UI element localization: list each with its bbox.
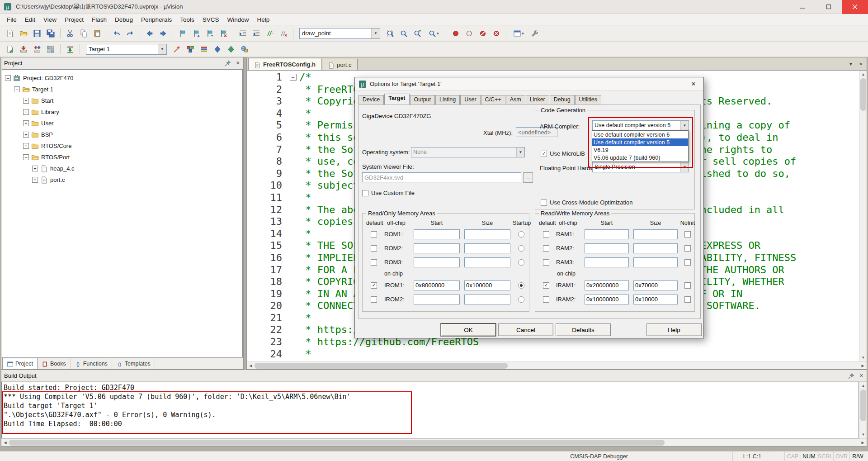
editor-vertical-scrollbar[interactable]: ▲ ▼	[859, 71, 867, 361]
dialog-tab-device[interactable]: Device	[359, 95, 384, 105]
tree-item-rtos-port[interactable]: –RTOS/Port	[2, 152, 242, 163]
menu-project[interactable]: Project	[61, 15, 88, 24]
start-input[interactable]	[585, 243, 629, 253]
clear-bookmarks-button[interactable]	[217, 27, 230, 39]
startup-radio[interactable]	[518, 296, 524, 303]
operating-system-select[interactable]: None ▼	[411, 147, 525, 157]
scrollbar-thumb[interactable]	[860, 78, 866, 111]
size-input[interactable]	[464, 243, 510, 253]
bottom-tab-templates[interactable]: ()Templates	[112, 358, 155, 369]
editor-tab-freertosconfig-h[interactable]: FreeRTOSConfig.h	[248, 58, 321, 70]
close-panel-icon[interactable]: ✕	[234, 60, 241, 67]
status-toggle-scrl[interactable]: SCRL	[817, 451, 833, 461]
incremental-find-button[interactable]	[411, 27, 424, 39]
start-input[interactable]	[414, 257, 460, 267]
noinit-checkbox[interactable]	[684, 245, 691, 252]
start-input[interactable]	[414, 280, 460, 290]
redo-button[interactable]	[124, 27, 137, 39]
tree-expander-icon[interactable]: +	[23, 132, 29, 138]
menu-tools[interactable]: Tools	[176, 15, 198, 24]
tree-expander-icon[interactable]: –	[23, 154, 29, 160]
dialog-tab-linker[interactable]: Linker	[526, 95, 549, 105]
size-input[interactable]	[464, 257, 510, 267]
search-scope-button[interactable]: ▾	[425, 27, 443, 39]
tree-expander-icon[interactable]: +	[23, 120, 29, 126]
bottom-tab-books[interactable]: Books	[38, 358, 71, 369]
default-checkbox[interactable]	[543, 231, 549, 238]
dialog-titlebar[interactable]: µ Options for Target 'Target 1' ✕	[355, 77, 703, 91]
scroll-down-icon[interactable]: ▼	[859, 431, 867, 438]
code-text[interactable]: *	[299, 108, 311, 120]
combo-dropdown-icon[interactable]: ▼	[680, 162, 689, 172]
menu-window[interactable]: Window	[223, 15, 253, 24]
default-checkbox[interactable]: ✓	[371, 282, 377, 289]
tree-item-port-c[interactable]: +port.c	[2, 174, 242, 185]
tree-expander-icon[interactable]: +	[23, 109, 29, 115]
default-checkbox[interactable]	[543, 296, 549, 303]
paste-button[interactable]	[91, 27, 104, 39]
comment-selection-button[interactable]	[264, 27, 276, 39]
arm-compiler-select[interactable]: Use default compiler version 5 ▼	[592, 120, 689, 131]
noinit-checkbox[interactable]	[684, 296, 691, 303]
combo-dropdown-icon[interactable]: ▼	[516, 147, 524, 157]
menu-edit[interactable]: Edit	[21, 15, 39, 24]
find-button[interactable]	[397, 27, 410, 39]
checkbox[interactable]	[541, 200, 547, 206]
tree-item-project-gd32f470[interactable]: –Project: GD32F470	[2, 72, 242, 84]
build-horizontal-scrollbar[interactable]: ◀ ▶	[1, 438, 867, 446]
start-input[interactable]	[414, 229, 460, 239]
start-input[interactable]	[585, 295, 629, 304]
toggle-breakpoint-button[interactable]	[449, 27, 462, 39]
noinit-checkbox[interactable]	[684, 231, 691, 238]
scroll-right-icon[interactable]: ▶	[859, 439, 867, 447]
compiler-option[interactable]: Use default compiler version 6	[592, 131, 688, 138]
batch-build-button[interactable]	[44, 43, 57, 55]
default-checkbox[interactable]: ✓	[543, 282, 549, 289]
dialog-close-icon[interactable]: ✕	[687, 81, 700, 87]
target-options-button[interactable]	[170, 43, 183, 55]
compiler-option[interactable]: Use default compiler version 5	[592, 138, 688, 146]
tree-item-start[interactable]: +Start	[2, 95, 242, 106]
manage-books-button[interactable]	[198, 43, 210, 55]
status-toggle-r-w[interactable]: R/W	[849, 451, 866, 461]
debug-restore-views-button[interactable]: ▾	[509, 27, 528, 39]
translate-button[interactable]	[4, 43, 16, 55]
dialog-tab-output[interactable]: Output	[410, 95, 435, 105]
default-checkbox[interactable]	[371, 231, 377, 238]
panel-resize-handle[interactable]	[0, 447, 868, 451]
tree-item-library[interactable]: +Library	[2, 106, 242, 118]
tree-expander-icon[interactable]: +	[32, 177, 38, 183]
manage-project-items-button[interactable]	[184, 43, 197, 55]
download-button[interactable]: LOAD	[64, 43, 76, 55]
use-custom-file-checkbox[interactable]: Use Custom File	[362, 190, 415, 196]
default-checkbox[interactable]	[543, 245, 549, 252]
disable-all-breakpoints-button[interactable]	[476, 27, 489, 39]
system-viewer-file-input[interactable]	[362, 172, 521, 182]
editor-tab-port-c[interactable]: port.c	[322, 59, 358, 70]
size-input[interactable]	[633, 280, 678, 290]
compiler-option[interactable]: V6.19	[592, 146, 688, 154]
navigate-back-button[interactable]	[143, 27, 156, 39]
startup-radio[interactable]	[518, 282, 524, 289]
copy-button[interactable]	[77, 27, 90, 39]
bottom-tab-functions[interactable]: {}Functions	[71, 358, 112, 369]
dialog-tab-c-c[interactable]: C/C++	[481, 95, 505, 105]
file-extensions-button[interactable]	[211, 43, 224, 55]
pin-icon[interactable]	[224, 60, 231, 67]
menu-view[interactable]: View	[39, 15, 61, 24]
status-toggle-num[interactable]: NUM	[801, 451, 817, 461]
size-input[interactable]	[633, 257, 678, 267]
menu-svcs[interactable]: SVCS	[198, 15, 223, 24]
defaults-button[interactable]: Defaults	[556, 323, 611, 336]
cross-module-optimization-checkbox[interactable]: Use Cross-Module Optimization	[541, 199, 633, 206]
enable-disable-breakpoint-button[interactable]	[463, 27, 476, 39]
default-checkbox[interactable]	[371, 259, 377, 266]
dialog-tab-utilities[interactable]: Utilities	[575, 95, 601, 105]
tree-expander-icon[interactable]: +	[23, 143, 29, 149]
menu-file[interactable]: File	[3, 15, 21, 24]
previous-bookmark-button[interactable]	[190, 27, 203, 39]
pin-icon[interactable]	[848, 372, 855, 380]
tree-item-bsp[interactable]: +BSP	[2, 129, 242, 140]
size-input[interactable]	[464, 295, 510, 304]
ok-button[interactable]: OK	[441, 323, 496, 336]
